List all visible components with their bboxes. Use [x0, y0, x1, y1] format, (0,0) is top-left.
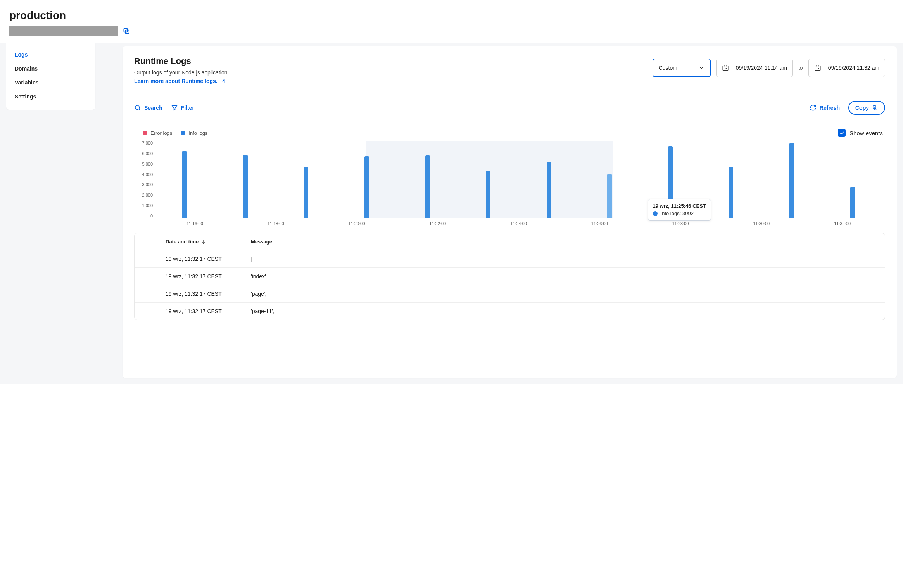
legend-error: Error logs	[143, 130, 172, 136]
to-label: to	[798, 65, 803, 71]
x-tick: 11:28:00	[672, 221, 689, 226]
table-row[interactable]: 19 wrz, 11:32:17 CEST'page',	[135, 285, 885, 303]
x-tick: 11:26:00	[591, 221, 608, 226]
table-row[interactable]: 19 wrz, 11:32:17 CEST'page-11',	[135, 303, 885, 320]
legend-error-label: Error logs	[150, 130, 172, 136]
x-tick: 11:32:00	[834, 221, 851, 226]
bar[interactable]	[154, 141, 215, 218]
copy-icon	[872, 105, 878, 111]
bar[interactable]	[822, 141, 883, 218]
legend-info-label: Info logs	[188, 130, 207, 136]
cell-message: ]	[251, 256, 885, 262]
bar[interactable]	[397, 141, 458, 218]
external-link-icon	[220, 78, 226, 84]
cell-date: 19 wrz, 11:32:17 CEST	[166, 291, 251, 297]
svg-point-7	[135, 105, 140, 110]
tooltip-text: Info logs: 3992	[661, 210, 694, 216]
range-preset-select[interactable]: Custom	[653, 59, 711, 77]
checkbox-icon	[838, 129, 846, 137]
show-events-toggle[interactable]: Show events	[838, 129, 883, 137]
chart-legend: Error logs Info logs	[143, 130, 208, 136]
cell-date: 19 wrz, 11:32:17 CEST	[166, 256, 251, 262]
sidebar-item-variables[interactable]: Variables	[6, 76, 95, 90]
svg-rect-3	[723, 66, 728, 71]
filter-button[interactable]: Filter	[171, 104, 194, 111]
bar-fill	[425, 155, 430, 218]
table-row[interactable]: 19 wrz, 11:32:17 CEST'index'	[135, 268, 885, 285]
learn-more-link[interactable]: Learn more about Runtime logs.	[134, 78, 226, 84]
plot-region	[154, 141, 883, 218]
y-tick: 1,000	[136, 203, 153, 208]
cell-message: 'page-11',	[251, 308, 885, 314]
copy-icon	[123, 27, 130, 35]
y-tick: 4,000	[136, 172, 153, 177]
chart-tooltip: 19 wrz, 11:25:46 CEST Info logs: 3992	[648, 199, 711, 221]
x-tick: 11:22:00	[429, 221, 446, 226]
bar-fill	[850, 187, 855, 218]
to-date-picker[interactable]: 09/19/2024 11:32 am	[808, 59, 885, 77]
toolbar: Search Filter Refresh Copy	[134, 93, 885, 121]
table-row[interactable]: 19 wrz, 11:32:17 CEST]	[135, 250, 885, 268]
legend-info: Info logs	[181, 130, 207, 136]
dot-icon	[143, 131, 147, 135]
refresh-label: Refresh	[820, 105, 840, 111]
svg-rect-5	[815, 66, 820, 71]
filter-icon	[171, 104, 178, 111]
panel-subtitle: Output logs of your Node.js application.	[134, 69, 229, 76]
time-range-controls: Custom 09/19/2024 11:14 am to 09/19/2024…	[653, 59, 885, 77]
main-panel: Runtime Logs Output logs of your Node.js…	[123, 46, 897, 378]
column-header-message[interactable]: Message	[251, 239, 885, 245]
cell-date: 19 wrz, 11:32:17 CEST	[166, 308, 251, 314]
x-tick: 11:20:00	[349, 221, 365, 226]
column-date-label: Date and time	[166, 239, 199, 245]
x-axis: 11:16:0011:18:0011:20:0011:22:0011:24:00…	[154, 219, 883, 226]
svg-rect-6	[818, 68, 819, 69]
bar[interactable]	[579, 141, 640, 218]
sidebar-item-settings[interactable]: Settings	[6, 90, 95, 103]
column-header-date[interactable]: Date and time	[166, 239, 251, 245]
y-axis: 7,0006,0005,0004,0003,0002,0001,0000	[136, 141, 153, 218]
bar-fill	[182, 151, 187, 218]
x-tick: 11:18:00	[268, 221, 284, 226]
bar-fill	[547, 162, 551, 218]
chart-plot[interactable]: 7,0006,0005,0004,0003,0002,0001,0000 11:…	[136, 141, 885, 226]
bar-fill	[789, 143, 794, 218]
bar[interactable]	[215, 141, 276, 218]
bar[interactable]	[276, 141, 337, 218]
copy-label: Copy	[855, 105, 869, 111]
x-tick: 11:24:00	[510, 221, 527, 226]
copy-button[interactable]: Copy	[848, 101, 885, 115]
y-tick: 6,000	[136, 151, 153, 156]
y-tick: 2,000	[136, 193, 153, 197]
sidebar-item-domains[interactable]: Domains	[6, 62, 95, 76]
dot-icon	[653, 211, 658, 216]
refresh-icon	[810, 104, 817, 111]
sidebar: LogsDomainsVariablesSettings	[6, 43, 95, 110]
bar[interactable]	[518, 141, 579, 218]
bar[interactable]	[337, 141, 397, 218]
cell-message: 'index'	[251, 273, 885, 279]
chevron-down-icon	[698, 65, 704, 71]
calendar-icon	[722, 64, 729, 71]
search-button[interactable]: Search	[134, 104, 162, 111]
show-events-label: Show events	[849, 130, 883, 136]
x-tick: 11:30:00	[753, 221, 770, 226]
y-tick: 5,000	[136, 162, 153, 166]
y-tick: 7,000	[136, 141, 153, 145]
bar[interactable]	[458, 141, 519, 218]
tooltip-title: 19 wrz, 11:25:46 CEST	[653, 203, 706, 209]
chart-area: Error logs Info logs Show events	[134, 121, 885, 226]
search-icon	[134, 104, 141, 111]
copy-name-button[interactable]	[123, 27, 130, 35]
bar-fill	[486, 171, 490, 218]
log-table: Date and time Message 19 wrz, 11:32:17 C…	[134, 233, 885, 320]
sidebar-item-logs[interactable]: Logs	[6, 48, 95, 62]
page-title: production	[9, 9, 903, 22]
refresh-button[interactable]: Refresh	[810, 104, 840, 111]
y-tick: 3,000	[136, 182, 153, 187]
bar[interactable]	[761, 141, 822, 218]
bar-fill	[243, 155, 248, 218]
from-date-picker[interactable]: 09/19/2024 11:14 am	[716, 59, 793, 77]
page-header: production	[0, 0, 903, 43]
dot-icon	[181, 131, 185, 135]
